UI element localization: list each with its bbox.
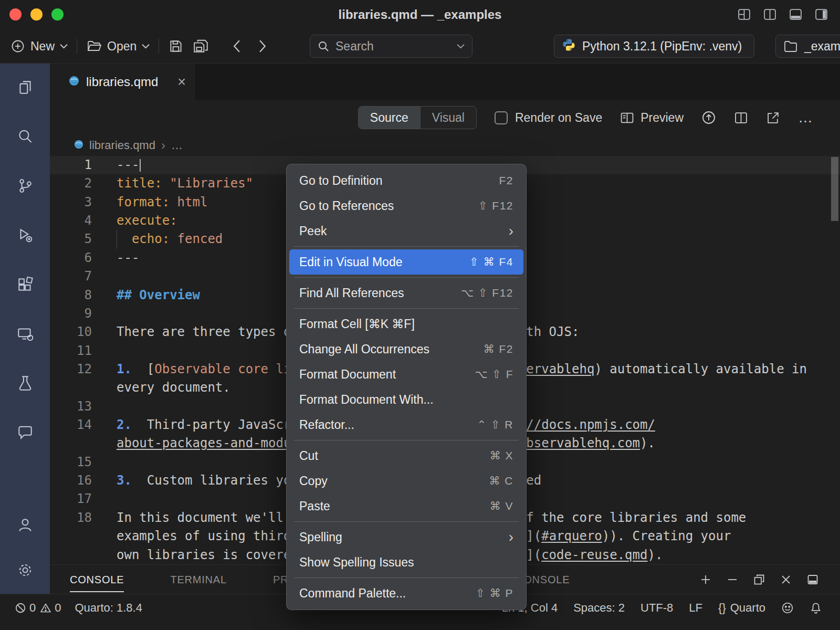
code-token: format:: [117, 195, 170, 209]
close-icon[interactable]: [780, 573, 792, 586]
context-menu-item-format-document[interactable]: Format Document⌥ ⇧ F: [287, 362, 526, 387]
code-token: "Libraries": [162, 176, 253, 191]
panel-layout-icon[interactable]: [806, 573, 819, 586]
source-control-icon[interactable]: [16, 177, 34, 195]
qmd-file-icon: [74, 139, 83, 152]
code-token: [: [132, 362, 154, 376]
context-menu-item-show-spelling-issues[interactable]: Show Spelling Issues: [287, 550, 526, 575]
menu-item-shortcut: F2: [499, 174, 513, 187]
context-menu-item-peek[interactable]: Peek›: [287, 218, 526, 244]
preview-button[interactable]: Preview: [620, 111, 684, 125]
split-editor-icon[interactable]: [734, 111, 748, 125]
eol-status[interactable]: LF: [689, 601, 702, 615]
interpreter-selector[interactable]: Python 3.12.1 (PipEnv: .venv): [554, 35, 754, 58]
render-on-save-group: Render on Save: [495, 111, 602, 125]
breadcrumb-file[interactable]: libraries.qmd: [89, 139, 155, 152]
encoding-status[interactable]: UTF-8: [640, 601, 673, 615]
breadcrumb-more[interactable]: …: [171, 139, 183, 152]
open-button[interactable]: Open: [86, 39, 150, 54]
menu-item-label: Spelling: [299, 530, 509, 544]
panel-tab-console[interactable]: CONSOLE: [70, 567, 124, 592]
render-on-save-checkbox[interactable]: [495, 111, 508, 124]
code-token: code-reuse.qmd: [541, 548, 647, 562]
menu-separator: [294, 521, 519, 522]
menu-item-shortcut: ⌥ ⇧ F12: [461, 287, 513, 299]
testing-icon[interactable]: [16, 374, 34, 392]
tab-libraries-qmd[interactable]: libraries.qmd ×: [50, 64, 195, 100]
scrollbar-thumb[interactable]: [831, 157, 838, 221]
settings-gear-icon[interactable]: [16, 561, 34, 579]
context-menu: Go to DefinitionF2Go to References⇧ F12P…: [286, 164, 527, 610]
workspace-selector[interactable]: _examples: [775, 35, 840, 58]
context-menu-item-cut[interactable]: Cut⌘ X: [287, 443, 526, 468]
notifications-bell-icon[interactable]: [810, 602, 822, 614]
run-debug-icon[interactable]: [16, 226, 34, 244]
context-menu-item-command-palette[interactable]: Command Palette...⇧ ⌘ P: [287, 581, 526, 606]
remote-preview-icon[interactable]: [16, 325, 34, 343]
comments-icon[interactable]: [16, 424, 34, 442]
minimize-icon[interactable]: [726, 573, 739, 586]
more-actions-icon[interactable]: …: [798, 109, 814, 126]
context-menu-item-find-all-references[interactable]: Find All References⌥ ⇧ F12: [287, 280, 526, 306]
context-menu-item-refactor[interactable]: Refactor...⌃ ⇧ R: [287, 412, 526, 437]
qmd-file-icon: [69, 75, 79, 89]
render-circle-arrow-icon[interactable]: [701, 110, 716, 125]
save-icon[interactable]: [168, 38, 184, 54]
line-number: 9: [50, 304, 92, 323]
context-menu-item-spelling[interactable]: Spelling›: [287, 524, 526, 550]
context-menu-item-change-all-occurrences[interactable]: Change All Occurrences⌘ F2: [287, 337, 526, 362]
search-icon[interactable]: [16, 128, 34, 145]
preview-label: Preview: [640, 111, 684, 125]
menu-item-label: Command Palette...: [299, 586, 476, 601]
interpreter-label: Python 3.12.1 (PipEnv: .venv): [582, 39, 742, 54]
split-columns-icon[interactable]: [763, 7, 777, 22]
code-token: ) automatically available in: [594, 362, 807, 376]
layout-grid-icon[interactable]: [737, 7, 751, 22]
toolbar-divider: [159, 39, 159, 54]
context-menu-item-edit-in-visual-mode[interactable]: Edit in Visual Mode⇧ ⌘ F4: [289, 249, 523, 275]
toolbar-divider: [77, 39, 77, 54]
context-menu-item-format-cell-k-f[interactable]: Format Cell [⌘K ⌘F]: [287, 311, 526, 337]
indentation-status[interactable]: Spaces: 2: [573, 601, 625, 615]
navigate-forward-icon[interactable]: [258, 39, 267, 53]
source-mode-button[interactable]: Source: [359, 107, 420, 129]
code-token: every document.: [117, 380, 230, 395]
line-content: format: html: [117, 193, 207, 212]
extensions-icon[interactable]: [16, 276, 34, 293]
visual-mode-button[interactable]: Visual: [420, 107, 476, 129]
line-number: 4: [50, 212, 92, 230]
menu-separator: [294, 277, 519, 278]
code-token: ](: [526, 529, 541, 543]
code-token: ---: [117, 250, 139, 265]
open-external-icon[interactable]: [766, 111, 780, 125]
explorer-icon[interactable]: [16, 78, 34, 96]
menu-item-shortcut: ⇧ ⌘ F4: [469, 256, 513, 268]
context-menu-item-copy[interactable]: Copy⌘ C: [287, 468, 526, 494]
line-number: 5: [50, 230, 92, 248]
navigate-back-icon[interactable]: [232, 39, 241, 53]
tab-bar: libraries.qmd ×: [50, 64, 840, 100]
context-menu-item-go-to-definition[interactable]: Go to DefinitionF2: [287, 168, 526, 193]
menu-item-shortcut: ⇧ ⌘ P: [476, 587, 513, 600]
submenu-chevron-icon: ›: [509, 224, 513, 238]
panel-bottom-icon[interactable]: [789, 7, 803, 22]
search-box[interactable]: Search: [310, 35, 472, 58]
panel-right-icon[interactable]: [814, 7, 828, 22]
new-button[interactable]: New: [10, 39, 68, 54]
close-icon[interactable]: ×: [177, 75, 186, 89]
account-icon[interactable]: [16, 516, 34, 534]
main-toolbar: New Open Search Python 3.12.1 (PipEnv: .…: [0, 29, 840, 64]
panel-tab-terminal[interactable]: TERMINAL: [170, 567, 227, 592]
language-mode-status[interactable]: {} Quarto: [718, 601, 765, 615]
context-menu-item-paste[interactable]: Paste⌘ V: [287, 494, 526, 519]
problems-status[interactable]: 0 0: [15, 601, 61, 615]
restore-icon[interactable]: [753, 573, 765, 586]
plus-icon[interactable]: [699, 573, 712, 586]
quarto-version-status[interactable]: Quarto: 1.8.4: [75, 601, 142, 615]
save-all-icon[interactable]: [193, 38, 209, 54]
context-menu-item-format-document-with[interactable]: Format Document With...: [287, 387, 526, 412]
feedback-smiley-icon[interactable]: [781, 602, 794, 614]
context-menu-item-go-to-references[interactable]: Go to References⇧ F12: [287, 193, 526, 218]
workspace-label: _examples: [804, 39, 840, 54]
line-number: 7: [50, 267, 92, 286]
